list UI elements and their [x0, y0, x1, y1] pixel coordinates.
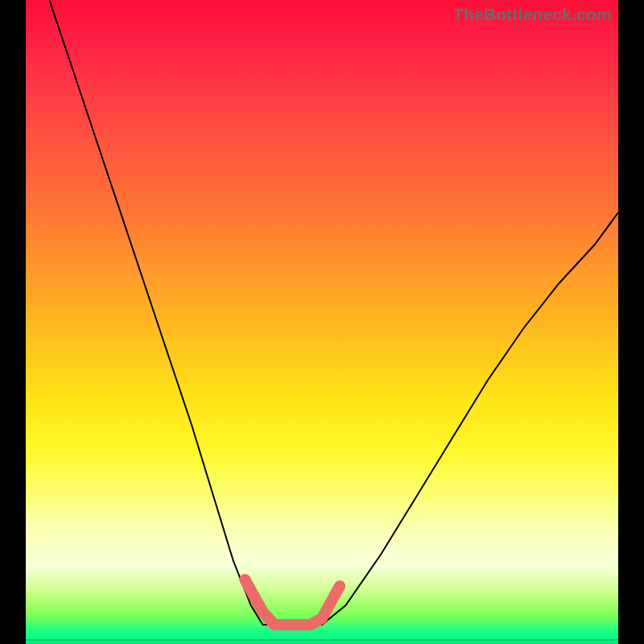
frame-border-right [618, 0, 644, 644]
frame-border-left [0, 0, 26, 644]
curve-layer [26, 0, 618, 644]
bottleneck-curve [49, 0, 618, 625]
chart-stage: TheBottleneck.com [0, 0, 644, 644]
watermark-text: TheBottleneck.com [453, 5, 612, 24]
plot-area [26, 0, 618, 644]
